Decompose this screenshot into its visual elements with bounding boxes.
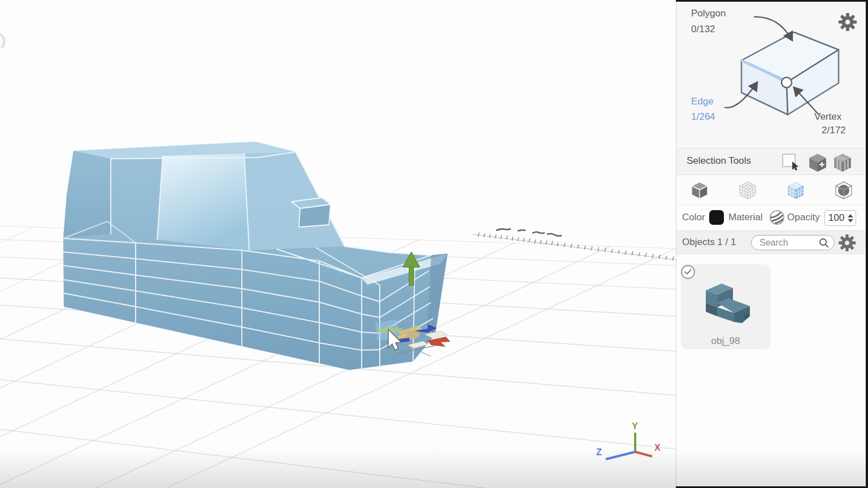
axis-z-label: Z <box>596 447 602 457</box>
right-panel: Polygon 0/132 Edge 1/264 Vertex 2/172 <box>676 0 868 488</box>
opacity-increase-icon[interactable] <box>848 214 853 217</box>
axis-x-label: X <box>654 443 661 452</box>
edge-count: 1/264 <box>691 111 715 123</box>
material-sphere-icon[interactable] <box>769 210 785 225</box>
cube-through-select-icon[interactable] <box>832 152 853 172</box>
color-label: Color <box>682 212 705 223</box>
edge-label[interactable]: Edge <box>691 96 714 107</box>
topology-box-illustration <box>722 6 855 136</box>
app-window: Y Z X Polygon 0/132 Edge 1/264 Vertex 2/… <box>0 0 868 488</box>
objects-list: obj_98 <box>676 254 868 488</box>
marquee-select-icon[interactable] <box>782 153 800 171</box>
frame-edge-right <box>866 0 868 488</box>
sphere-in-cage-mode-icon[interactable] <box>834 180 853 199</box>
solid-cube-mode-icon[interactable] <box>690 180 709 199</box>
topology-selection-panel: Polygon 0/132 Edge 1/264 Vertex 2/172 <box>676 0 868 148</box>
clipped-edge-artifact <box>0 34 5 48</box>
opacity-value[interactable]: 100 <box>825 212 848 224</box>
polygon-label[interactable]: Polygon <box>691 8 726 19</box>
viewport-canvas: Y Z X <box>0 0 676 488</box>
ruler-ticks <box>472 229 676 260</box>
viewport-3d[interactable]: Y Z X <box>0 0 676 488</box>
object-name: obj_98 <box>681 336 770 347</box>
highlighted-vertex <box>782 77 792 88</box>
objects-settings-gear-icon[interactable] <box>838 234 856 252</box>
object-search[interactable] <box>751 235 835 250</box>
subdivided-cube-blue-mode-icon[interactable] <box>786 180 805 199</box>
polygon-count: 0/132 <box>691 24 715 35</box>
object-search-input[interactable] <box>760 238 818 248</box>
opacity-label: Opacity <box>787 212 820 223</box>
objects-header-row: Objects 1 / 1 <box>676 230 868 254</box>
selection-tools-label: Selection Tools <box>687 155 751 167</box>
search-icon <box>818 237 830 249</box>
axis-y-label: Y <box>632 421 638 431</box>
opacity-stepper[interactable]: 100 <box>824 210 856 226</box>
objects-count-label: Objects 1 / 1 <box>682 237 736 248</box>
object-thumbnail <box>696 276 758 332</box>
color-swatch[interactable] <box>709 210 724 225</box>
selection-tools-row: Selection Tools <box>676 148 868 175</box>
cube-add-select-icon[interactable] <box>808 152 828 172</box>
opacity-decrease-icon[interactable] <box>848 219 853 223</box>
object-selected-check-icon[interactable] <box>680 264 696 280</box>
edit-mode-toolbar <box>676 175 868 204</box>
subdivided-cube-light-mode-icon[interactable] <box>738 180 757 199</box>
frame-edge-top <box>676 0 868 2</box>
axis-triad: Y Z X <box>596 421 661 459</box>
appearance-row: Color Material Opacity 100 <box>676 204 868 230</box>
material-label: Material <box>728 212 762 223</box>
